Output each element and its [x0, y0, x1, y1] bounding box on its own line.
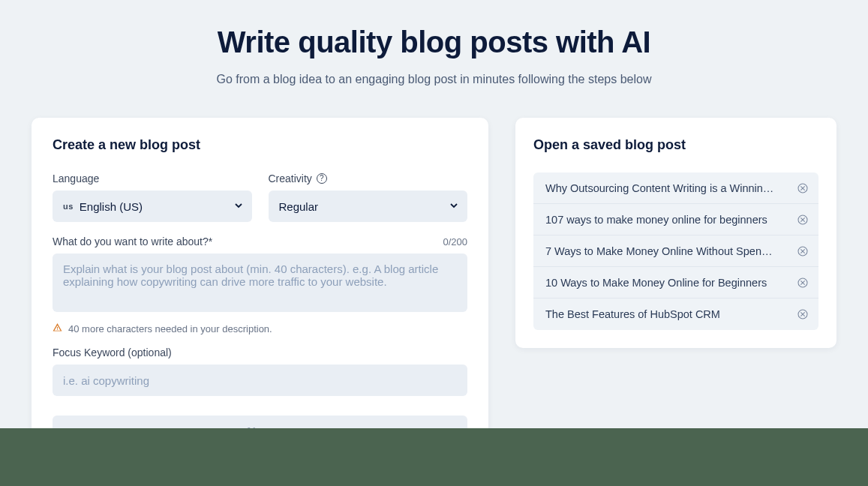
- saved-item-title: 7 Ways to Make Money Online Without Spen…: [545, 245, 778, 257]
- delete-icon[interactable]: [796, 213, 809, 226]
- language-select[interactable]: us English (US): [53, 190, 252, 222]
- warning-icon: [53, 322, 62, 334]
- topic-label: What do you want to write about?*: [53, 236, 212, 248]
- saved-item-title: 10 Ways to Make Money Online for Beginne…: [545, 277, 767, 289]
- saved-item-title: 107 ways to make money online for beginn…: [545, 214, 767, 226]
- page-subtitle: Go from a blog idea to an engaging blog …: [0, 73, 868, 86]
- footer-bar: [0, 428, 868, 486]
- char-count: 0/200: [443, 236, 467, 248]
- saved-card-title: Open a saved blog post: [533, 137, 818, 153]
- create-card-title: Create a new blog post: [53, 137, 467, 153]
- delete-icon[interactable]: [796, 276, 809, 290]
- language-label: Language: [53, 172, 252, 184]
- create-post-card: Create a new blog post Language us Engli…: [32, 118, 488, 472]
- saved-item[interactable]: 10 Ways to Make Money Online for Beginne…: [533, 267, 818, 298]
- creativity-select[interactable]: Regular: [269, 190, 468, 222]
- delete-icon[interactable]: [796, 182, 809, 195]
- hint-text: 40 more characters needed in your descri…: [68, 323, 272, 334]
- saved-item[interactable]: 107 ways to make money online for beginn…: [533, 204, 818, 236]
- keyword-label: Focus Keyword (optional): [53, 346, 467, 358]
- keyword-input[interactable]: [53, 364, 467, 396]
- saved-item-title: The Best Features of HubSpot CRM: [545, 308, 720, 320]
- saved-item[interactable]: 7 Ways to Make Money Online Without Spen…: [533, 236, 818, 267]
- page-title: Write quality blog posts with AI: [0, 26, 868, 59]
- creativity-label: Creativity ?: [269, 172, 468, 184]
- saved-item[interactable]: Why Outsourcing Content Writing is a Win…: [533, 172, 818, 204]
- help-icon[interactable]: ?: [317, 173, 327, 184]
- saved-item-title: Why Outsourcing Content Writing is a Win…: [545, 182, 778, 194]
- delete-icon[interactable]: [796, 244, 809, 258]
- saved-item[interactable]: The Best Features of HubSpot CRM: [533, 298, 818, 330]
- creativity-value: Regular: [279, 200, 319, 213]
- flag-icon: us: [63, 202, 74, 211]
- saved-posts-card: Open a saved blog post Why Outsourcing C…: [515, 118, 836, 348]
- language-value: English (US): [80, 200, 143, 213]
- delete-icon[interactable]: [796, 308, 809, 321]
- saved-list: Why Outsourcing Content Writing is a Win…: [533, 172, 818, 330]
- topic-textarea[interactable]: [53, 254, 467, 312]
